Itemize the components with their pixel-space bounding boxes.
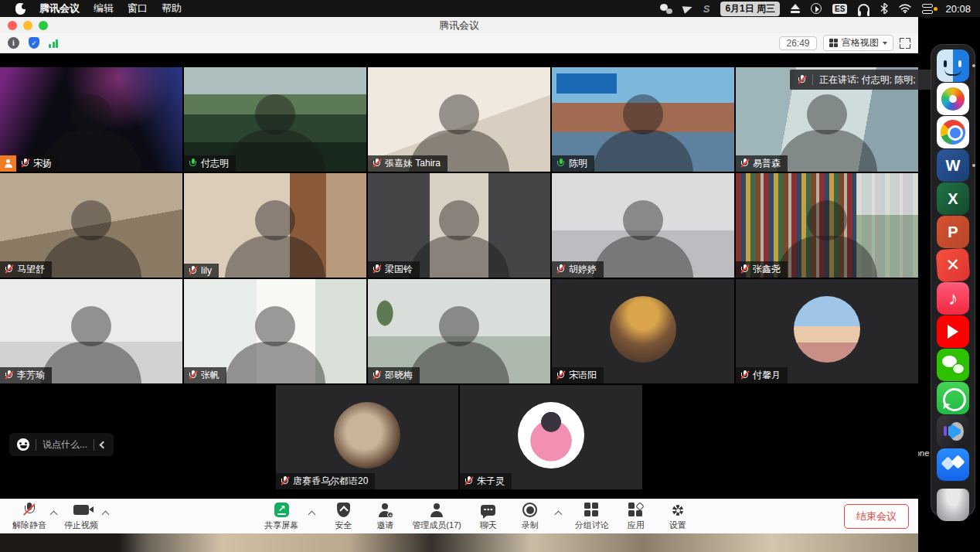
telegram-status-icon[interactable] — [682, 3, 693, 14]
record-options-chevron[interactable] — [554, 510, 562, 518]
mic-muted-icon — [740, 370, 749, 380]
trash-dock-icon[interactable] — [937, 489, 969, 521]
apple-music-dock-icon[interactable]: ♪ — [937, 282, 969, 315]
avatar — [334, 402, 400, 469]
security-button[interactable]: 安全 — [325, 503, 361, 531]
participant-name-tag: 朱子灵 — [460, 473, 512, 489]
chrome-dock-icon[interactable] — [937, 116, 969, 148]
xmind-dock-icon[interactable]: ✕ — [936, 248, 971, 283]
proxy-status-icon[interactable] — [922, 4, 934, 14]
mic-slashed-icon — [23, 503, 36, 517]
person-silhouette — [184, 173, 366, 278]
wechat-dock-icon[interactable] — [937, 349, 969, 381]
eject-icon[interactable] — [791, 4, 800, 13]
participant-tile[interactable]: 朱子灵 — [460, 385, 642, 489]
menubar-date[interactable]: 6月1日 周三 — [720, 2, 780, 16]
wechat-status-icon[interactable] — [660, 4, 672, 14]
settings-button[interactable]: 设置 — [660, 503, 696, 531]
wifi-icon[interactable] — [899, 2, 911, 15]
headphones-icon[interactable] — [858, 4, 869, 13]
record-button[interactable]: 录制 — [512, 503, 548, 531]
end-meeting-button[interactable]: 结束会议 — [844, 504, 909, 529]
host-badge-icon — [0, 155, 16, 172]
gear-icon — [670, 503, 685, 517]
participant-tile[interactable]: lily — [184, 173, 366, 278]
participant-tile[interactable]: 付馨月 — [736, 279, 918, 383]
mic-muted-icon — [373, 158, 381, 169]
meeting-window: 腾讯会议 i ✓ 26:49 宫格视图 宋扬 — [0, 17, 918, 533]
menu-window[interactable]: 窗口 — [128, 2, 148, 15]
participant-tile[interactable]: 邵晓梅 — [368, 279, 550, 383]
participant-tile[interactable]: 唐赛香乌尔都语20 — [276, 385, 458, 489]
youtube-dock-icon[interactable] — [937, 315, 969, 348]
tencent-meeting-dock-icon[interactable] — [937, 448, 969, 481]
video-grid-area: 宋扬 付志明 張嘉妹 Tahira — [0, 53, 918, 499]
participant-tile[interactable]: 胡婷婷 — [552, 173, 734, 278]
participant-tile[interactable]: 陈明 — [552, 67, 734, 172]
meeting-info-icon[interactable]: i — [8, 37, 19, 49]
emoji-icon[interactable] — [17, 438, 29, 451]
menu-help[interactable]: 帮助 — [162, 2, 182, 15]
bluetooth-icon[interactable] — [880, 2, 888, 15]
share-options-chevron[interactable] — [308, 510, 316, 518]
menu-edit[interactable]: 编辑 — [94, 2, 114, 15]
mic-options-chevron[interactable] — [50, 510, 58, 518]
window-title: 腾讯会议 — [0, 19, 918, 32]
word-dock-icon[interactable]: W — [937, 149, 969, 182]
video-options-chevron[interactable] — [102, 510, 110, 518]
mic-muted-icon — [5, 370, 13, 380]
participant-tile[interactable]: 张帆 — [184, 279, 366, 383]
meeting-protect-icon[interactable]: ✓ — [29, 37, 39, 49]
apple-menu-icon[interactable] — [15, 3, 26, 15]
macos-menu-bar: 腾讯会议 编辑 窗口 帮助 S 6月1日 周三 ES 20:08 — [0, 0, 980, 17]
stop-video-button[interactable]: 停止视频 — [61, 503, 101, 531]
playback-status-icon[interactable] — [811, 3, 822, 14]
share-screen-button[interactable]: 共享屏幕 — [261, 503, 301, 531]
quick-chat-pill[interactable]: 说点什么... — [9, 433, 114, 456]
camera-icon — [73, 505, 89, 515]
fullscreen-button[interactable] — [900, 38, 910, 49]
participant-tile[interactable]: 宋扬 — [0, 67, 182, 172]
whatsapp-dock-icon[interactable] — [937, 382, 969, 414]
powerpoint-dock-icon[interactable]: P — [937, 216, 969, 248]
breakout-rooms-button[interactable]: 分组讨论 — [572, 503, 612, 531]
participant-tile[interactable]: 付志明 — [184, 67, 366, 172]
participant-tile[interactable]: 宋语阳 — [552, 279, 734, 383]
menubar-clock[interactable]: 20:08 — [945, 3, 971, 15]
speaking-indicator-text: 正在讲话: 付志明; 陈明; — [819, 73, 916, 87]
network-signal-icon[interactable] — [49, 39, 58, 48]
share-screen-icon — [274, 503, 289, 517]
participant-tile[interactable]: 梁国铃 — [368, 173, 550, 278]
surge-status-icon[interactable]: S — [703, 2, 710, 15]
mic-muted-icon — [373, 370, 381, 380]
manage-members-button[interactable]: 管理成员(17) — [409, 503, 464, 531]
menu-app-name[interactable]: 腾讯会议 — [39, 2, 80, 15]
participant-name-tag: 宋语阳 — [552, 367, 604, 383]
excel-dock-icon[interactable]: X — [937, 182, 969, 215]
collapse-chevron-icon[interactable] — [100, 441, 107, 448]
chat-input-placeholder[interactable]: 说点什么... — [43, 438, 87, 451]
view-mode-dropdown[interactable]: 宫格视图 — [823, 35, 894, 51]
participant-tile[interactable]: 马望舒 — [0, 173, 182, 278]
invite-button[interactable]: + 邀请 — [367, 503, 403, 531]
participant-tile[interactable]: 李芳瑜 — [0, 279, 182, 383]
unmute-button[interactable]: 解除静音 — [9, 503, 49, 531]
participant-name-tag: 梁国铃 — [368, 261, 420, 278]
finder-dock-icon[interactable] — [937, 49, 969, 82]
participant-name-tag: 胡婷婷 — [552, 261, 604, 278]
participant-tile[interactable]: 张鑫尧 — [736, 173, 918, 278]
desktop-wallpaper-strip — [0, 533, 918, 552]
mic-speaking-icon — [189, 158, 197, 169]
photos-dock-icon[interactable] — [937, 83, 969, 115]
chat-button[interactable]: 聊天 — [471, 503, 506, 531]
mic-muted-icon — [556, 370, 565, 380]
participant-name-tag: 宋扬 — [16, 155, 59, 172]
input-method-badge[interactable]: ES — [832, 4, 847, 14]
video-player-dock-icon[interactable] — [937, 415, 969, 448]
participant-name-tag: 张帆 — [184, 367, 226, 383]
mic-muted-icon — [373, 264, 381, 274]
apps-button[interactable]: 应用 — [618, 503, 654, 531]
participant-tile[interactable]: 張嘉妹 Tahira — [368, 67, 550, 172]
window-title-bar: 腾讯会议 — [0, 17, 918, 33]
meeting-control-bar: 解除静音 停止视频 共享屏幕 安全 + 邀请 — [0, 499, 918, 533]
